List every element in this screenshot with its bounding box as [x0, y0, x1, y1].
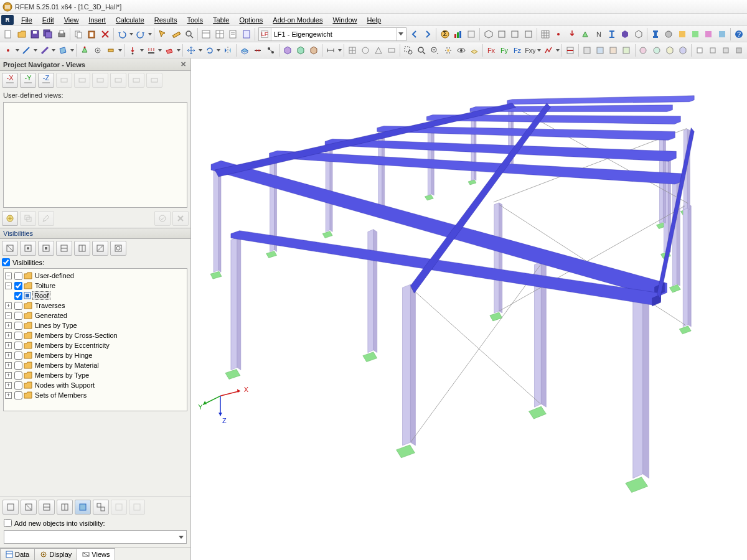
- tree-gen-item[interactable]: Members by Eccentricity: [34, 342, 111, 349]
- add-to-visibility-combo[interactable]: [4, 530, 187, 544]
- tab-display[interactable]: Display: [34, 548, 77, 560]
- expander-gen-item[interactable]: +: [5, 352, 12, 359]
- orbit-button[interactable]: [455, 44, 467, 57]
- menu-view[interactable]: View: [59, 15, 84, 25]
- gen-3-button[interactable]: [372, 44, 385, 57]
- solid-3-button[interactable]: [308, 44, 320, 57]
- tab-views[interactable]: Views: [77, 548, 115, 560]
- view-y-button[interactable]: -Y: [20, 73, 36, 88]
- tree-roof[interactable]: Roof: [32, 291, 50, 300]
- tree-gen-item[interactable]: Members by Hinge: [34, 352, 93, 359]
- snap-button[interactable]: [552, 27, 565, 41]
- undo-button[interactable]: [116, 27, 128, 41]
- find-button[interactable]: [183, 27, 195, 41]
- redo-button[interactable]: [134, 27, 147, 41]
- delete-button[interactable]: [99, 27, 111, 41]
- expander-gen-item[interactable]: +: [5, 332, 12, 339]
- loadcase-dropdown[interactable]: [396, 28, 406, 40]
- user-views-list[interactable]: [3, 102, 187, 208]
- expander-gen-item[interactable]: +: [5, 362, 12, 369]
- cb-generated[interactable]: [14, 312, 22, 320]
- local-xy-button[interactable]: Fxy: [524, 44, 537, 57]
- misc-2-button[interactable]: [594, 44, 606, 57]
- misc-6-button[interactable]: [650, 44, 662, 57]
- dimension-button[interactable]: [324, 44, 337, 57]
- view-z-button[interactable]: -Z: [38, 73, 54, 88]
- load-surface-dropdown[interactable]: [176, 49, 181, 52]
- addon-3-button[interactable]: [702, 27, 715, 41]
- support-node-button[interactable]: [78, 44, 91, 57]
- vis-mode-4[interactable]: [57, 500, 73, 515]
- tree-gen-item[interactable]: Members by Cross-Section: [34, 332, 119, 339]
- surface-dropdown[interactable]: [70, 49, 74, 52]
- clip-button[interactable]: [564, 44, 576, 57]
- local-z-button[interactable]: Fz: [511, 44, 524, 57]
- misc-4-button[interactable]: [620, 44, 632, 57]
- redo-dropdown[interactable]: [148, 33, 152, 35]
- solid-1-button[interactable]: [281, 44, 294, 57]
- surface-button[interactable]: [57, 44, 69, 57]
- load-node-button[interactable]: [126, 44, 139, 57]
- menu-file[interactable]: File: [16, 15, 37, 25]
- misc-11-button[interactable]: [720, 44, 732, 57]
- rotate-button[interactable]: [204, 44, 216, 57]
- show-sections-button[interactable]: [606, 27, 618, 41]
- visibilities-checkbox[interactable]: [2, 258, 10, 266]
- tree-traverses[interactable]: Traverses: [34, 302, 67, 309]
- model-data-button[interactable]: [200, 27, 212, 41]
- expander-gen-item[interactable]: +: [5, 392, 12, 399]
- loadcase-input[interactable]: [271, 29, 396, 40]
- notes-button[interactable]: [227, 27, 239, 41]
- vis-mode-6[interactable]: [93, 500, 109, 515]
- app-logo-icon[interactable]: R: [1, 15, 14, 25]
- expander-toiture[interactable]: −: [5, 282, 12, 289]
- open-file-button[interactable]: [15, 27, 27, 41]
- menu-window[interactable]: Window: [327, 15, 362, 25]
- show-numbering-button[interactable]: N: [592, 27, 604, 41]
- expander-generated[interactable]: −: [5, 312, 12, 319]
- addon-4-button[interactable]: [716, 27, 728, 41]
- print-button[interactable]: [55, 27, 68, 41]
- line-dropdown[interactable]: [33, 49, 37, 52]
- misc-7-button[interactable]: [664, 44, 676, 57]
- menu-help[interactable]: Help: [362, 15, 387, 25]
- expander-traverses[interactable]: +: [5, 302, 12, 309]
- vis-mode-2[interactable]: [21, 500, 37, 515]
- tree-gen-item[interactable]: Members by Material: [34, 362, 100, 369]
- grid-button[interactable]: [539, 27, 552, 41]
- menu-calculate[interactable]: Calculate: [111, 15, 149, 25]
- addon-1-button[interactable]: [675, 27, 688, 41]
- menu-edit[interactable]: Edit: [37, 15, 59, 25]
- vis-mode-5[interactable]: [75, 500, 91, 515]
- help-button[interactable]: ?: [733, 27, 745, 41]
- next-loadcase-button[interactable]: [421, 27, 434, 41]
- add-view-button[interactable]: [2, 211, 18, 226]
- result-mode-button[interactable]: [542, 44, 555, 57]
- load-member-dropdown[interactable]: [158, 49, 162, 52]
- menu-table[interactable]: Table: [208, 15, 234, 25]
- tree-toiture[interactable]: Toiture: [34, 282, 57, 289]
- view-xz-button[interactable]: [509, 27, 521, 41]
- vis-btn-5[interactable]: [74, 241, 90, 256]
- menu-options[interactable]: Options: [234, 15, 268, 25]
- expander-gen-item[interactable]: +: [5, 322, 12, 329]
- vis-mode-3[interactable]: [39, 500, 55, 515]
- new-file-button[interactable]: [2, 27, 14, 41]
- add-new-objects-checkbox[interactable]: [4, 519, 12, 527]
- section-prop-button[interactable]: [649, 27, 662, 41]
- tree-generated[interactable]: Generated: [34, 312, 68, 319]
- view-iso-button[interactable]: [482, 27, 494, 41]
- cb-gen-item[interactable]: [14, 371, 22, 380]
- vis-btn-2[interactable]: [20, 241, 36, 256]
- cb-gen-item[interactable]: [14, 352, 22, 360]
- menu-results[interactable]: Results: [149, 15, 182, 25]
- dimension-dropdown[interactable]: [337, 49, 342, 52]
- move-button[interactable]: [185, 44, 197, 57]
- node-dropdown[interactable]: [15, 49, 19, 52]
- result-mode-dropdown[interactable]: [555, 49, 560, 52]
- move-dropdown[interactable]: [198, 49, 202, 52]
- local-y-button[interactable]: Fy: [498, 44, 510, 57]
- misc-10-button[interactable]: [707, 44, 719, 57]
- render-wire-button[interactable]: [632, 27, 644, 41]
- vis-btn-6[interactable]: [92, 241, 108, 256]
